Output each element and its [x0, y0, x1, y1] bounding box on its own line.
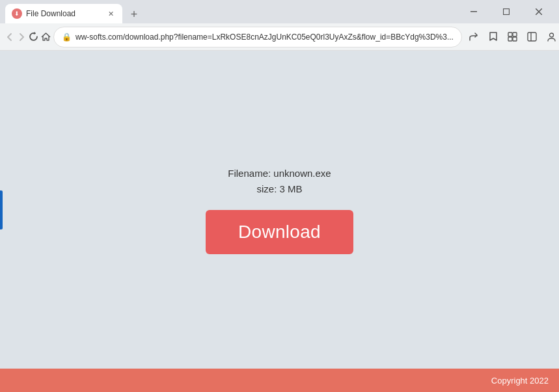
copyright-text: Copyright 2022 [491, 376, 549, 385]
toolbar: 🔒 ww-softs.com/download.php?filename=LxR… [0, 23, 559, 51]
size-label: size: 3 MB [228, 181, 331, 197]
minimize-button[interactable] [459, 1, 489, 22]
active-tab[interactable]: ⬇ File Download ✕ [5, 4, 122, 23]
maximize-button[interactable] [491, 1, 521, 22]
close-button[interactable] [524, 1, 554, 22]
filename-label: Filename: unknown.exe [228, 166, 331, 181]
svg-rect-1 [504, 9, 510, 15]
svg-point-10 [550, 33, 554, 37]
title-bar: ⬇ File Download ✕ + [0, 0, 559, 23]
window-controls [459, 1, 554, 22]
tab-favicon: ⬇ [12, 8, 22, 19]
svg-rect-7 [513, 37, 517, 41]
forward-button[interactable] [17, 27, 26, 47]
reload-button[interactable] [29, 27, 38, 47]
svg-rect-5 [513, 33, 517, 36]
page-footer: Copyright 2022 [0, 369, 559, 392]
svg-rect-0 [470, 11, 477, 12]
file-info: Filename: unknown.exe size: 3 MB [228, 166, 331, 197]
new-tab-button[interactable]: + [125, 5, 143, 23]
toolbar-icons [465, 28, 559, 46]
tab-strip: ⬇ File Download ✕ + [5, 0, 454, 23]
url-text: ww-softs.com/download.php?filename=LxRkO… [75, 33, 454, 42]
lock-icon: 🔒 [62, 33, 72, 42]
svg-rect-6 [508, 37, 512, 41]
profile-button[interactable] [543, 28, 559, 46]
home-button[interactable] [41, 27, 51, 47]
page-content: Filename: unknown.exe size: 3 MB Downloa… [0, 51, 559, 369]
svg-rect-4 [508, 33, 512, 36]
tab-title: File Download [26, 9, 102, 18]
extensions-button[interactable] [504, 28, 522, 46]
address-bar[interactable]: 🔒 ww-softs.com/download.php?filename=LxR… [53, 27, 462, 47]
tab-close-button[interactable]: ✕ [105, 8, 116, 19]
back-button[interactable] [5, 27, 14, 47]
download-button[interactable]: Download [206, 210, 353, 254]
bookmark-button[interactable] [484, 28, 502, 46]
share-button[interactable] [465, 28, 483, 46]
svg-rect-8 [528, 33, 536, 41]
accent-bar [0, 190, 3, 229]
sidebar-button[interactable] [523, 28, 541, 46]
